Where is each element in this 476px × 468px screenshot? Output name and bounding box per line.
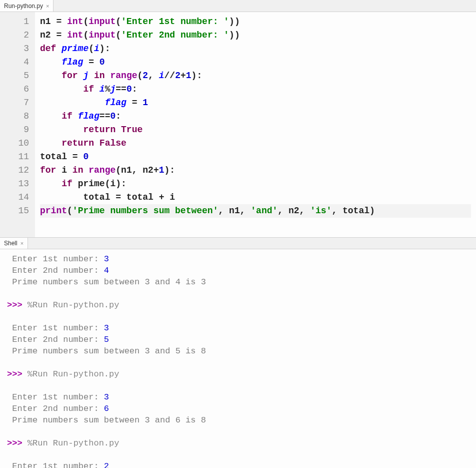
close-icon[interactable]: ×: [46, 3, 49, 9]
shell-tab-label: Shell: [4, 240, 18, 247]
line-number: 6: [3, 83, 29, 96]
code-line[interactable]: return True: [40, 123, 471, 137]
code-line[interactable]: total = 0: [40, 150, 471, 164]
line-number: 7: [3, 96, 29, 110]
line-number-gutter: 123456789101112131415: [0, 12, 35, 237]
code-editor[interactable]: 123456789101112131415 n1 = int(input('En…: [0, 12, 476, 237]
line-number: 10: [3, 137, 29, 150]
shell-line: Enter 1st number: 3: [7, 253, 469, 265]
code-line[interactable]: if prime(i):: [40, 177, 471, 191]
close-icon[interactable]: ×: [20, 240, 24, 246]
shell-line: Prime numbers sum between 3 and 5 is 8: [7, 345, 469, 357]
line-number: 3: [3, 42, 29, 56]
line-number: 12: [3, 164, 29, 177]
code-line[interactable]: n1 = int(input('Enter 1st number: ')): [40, 15, 471, 29]
line-number: 5: [3, 69, 29, 83]
editor-tab-bar: Run-python.py ×: [0, 0, 476, 12]
shell-line: Enter 1st number: 2: [7, 460, 469, 468]
shell-line: Enter 1st number: 3: [7, 391, 469, 403]
shell-line: Enter 2nd number: 5: [7, 334, 469, 345]
shell-line: Prime numbers sum between 3 and 4 is 3: [7, 276, 469, 288]
shell-line: >>> %Run Run-python.py: [7, 299, 469, 311]
line-number: 15: [3, 204, 29, 218]
code-line[interactable]: total = total + i: [40, 191, 471, 204]
shell-line: Enter 2nd number: 4: [7, 265, 469, 276]
line-number: 14: [3, 191, 29, 204]
line-number: 4: [3, 56, 29, 69]
code-area[interactable]: n1 = int(input('Enter 1st number: '))n2 …: [35, 12, 476, 237]
line-number: 2: [3, 29, 29, 42]
editor-tab-label: Run-python.py: [4, 3, 43, 10]
code-line[interactable]: if i%j==0:: [40, 83, 471, 96]
shell-line: Enter 2nd number: 6: [7, 403, 469, 414]
code-line[interactable]: print('Prime numbers sum between', n1, '…: [40, 204, 471, 218]
code-line[interactable]: def prime(i):: [40, 42, 471, 56]
code-line[interactable]: for j in range(2, i//2+1):: [40, 69, 471, 83]
code-line[interactable]: if flag==0:: [40, 110, 471, 123]
shell-line: Enter 1st number: 3: [7, 322, 469, 334]
code-line[interactable]: return False: [40, 137, 471, 150]
shell-tab[interactable]: Shell ×: [0, 238, 28, 249]
code-line[interactable]: flag = 1: [40, 96, 471, 110]
shell-output[interactable]: Enter 1st number: 3 Enter 2nd number: 4 …: [0, 249, 476, 468]
line-number: 11: [3, 150, 29, 164]
line-number: 1: [3, 15, 29, 29]
code-line[interactable]: n2 = int(input('Enter 2nd number: ')): [40, 29, 471, 42]
line-number: 13: [3, 177, 29, 191]
code-line[interactable]: for i in range(n1, n2+1):: [40, 164, 471, 177]
code-line[interactable]: flag = 0: [40, 56, 471, 69]
shell-line: >>> %Run Run-python.py: [7, 437, 469, 449]
editor-tab[interactable]: Run-python.py ×: [0, 0, 54, 12]
line-number: 8: [3, 110, 29, 123]
shell-tab-bar: Shell ×: [0, 237, 476, 249]
line-number: 9: [3, 123, 29, 137]
shell-line: >>> %Run Run-python.py: [7, 368, 469, 380]
shell-line: Prime numbers sum between 3 and 6 is 8: [7, 414, 469, 426]
